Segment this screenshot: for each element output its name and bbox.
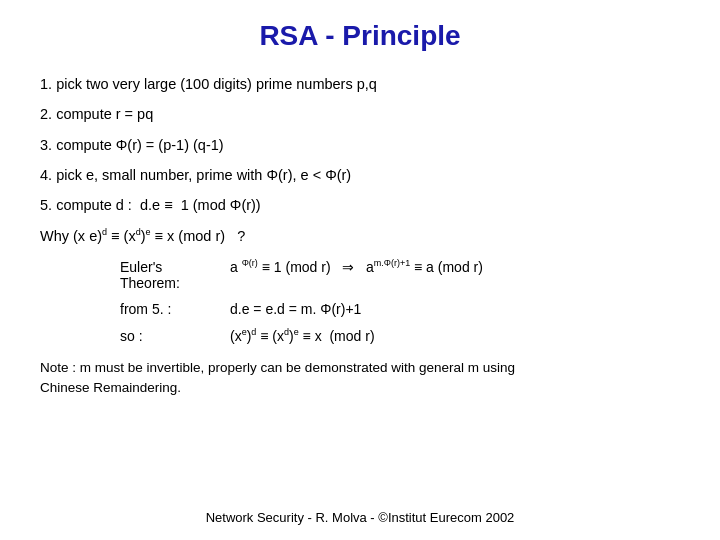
step-1-number: 1. — [40, 76, 56, 92]
step-4-number: 4. — [40, 167, 56, 183]
proofs-section: Euler's Theorem: a Φ(r) ≡ 1 (mod r) ⇒ am… — [120, 258, 680, 343]
step-2-text: compute r = pq — [56, 106, 153, 122]
step-2-number: 2. — [40, 106, 56, 122]
step-4-text: pick e, small number, prime with Φ(r), e… — [56, 167, 351, 183]
page: RSA - Principle 1. pick two very large (… — [0, 0, 720, 540]
proof-from5: from 5. : d.e = e.d = m. Φ(r)+1 — [120, 301, 680, 317]
step-4: 4. pick e, small number, prime with Φ(r)… — [40, 165, 680, 185]
from5-label: from 5. : — [120, 301, 230, 317]
step-3-text: compute Φ(r) = (p-1) (q-1) — [56, 137, 223, 153]
step-5: 5. compute d : d.e ≡ 1 (mod Φ(r)) — [40, 195, 680, 215]
note-text: Note : m must be invertible, properly ca… — [40, 358, 680, 399]
footer-text: Network Security - R. Molva - ©Institut … — [40, 510, 680, 525]
step-5-text: compute d : d.e ≡ 1 (mod Φ(r)) — [56, 197, 261, 213]
step-3-number: 3. — [40, 137, 56, 153]
so-label: so : — [120, 328, 230, 344]
euler-content: a Φ(r) ≡ 1 (mod r) ⇒ am.Φ(r)+1 ≡ a (mod … — [230, 258, 483, 275]
proof-so: so : (xe)d ≡ (xd)e ≡ x (mod r) — [120, 327, 680, 344]
step-2: 2. compute r = pq — [40, 104, 680, 124]
step-1-text: pick two very large (100 digits) prime n… — [56, 76, 377, 92]
euler-label: Euler's Theorem: — [120, 259, 230, 291]
step-5-number: 5. — [40, 197, 56, 213]
step-3: 3. compute Φ(r) = (p-1) (q-1) — [40, 135, 680, 155]
steps-list: 1. pick two very large (100 digits) prim… — [40, 74, 680, 215]
from5-content: d.e = e.d = m. Φ(r)+1 — [230, 301, 361, 317]
page-title: RSA - Principle — [40, 20, 680, 52]
step-1: 1. pick two very large (100 digits) prim… — [40, 74, 680, 94]
why-line: Why (x e)d ≡ (xd)e ≡ x (mod r) ? — [40, 227, 680, 244]
proof-euler: Euler's Theorem: a Φ(r) ≡ 1 (mod r) ⇒ am… — [120, 258, 680, 291]
so-content: (xe)d ≡ (xd)e ≡ x (mod r) — [230, 327, 375, 344]
